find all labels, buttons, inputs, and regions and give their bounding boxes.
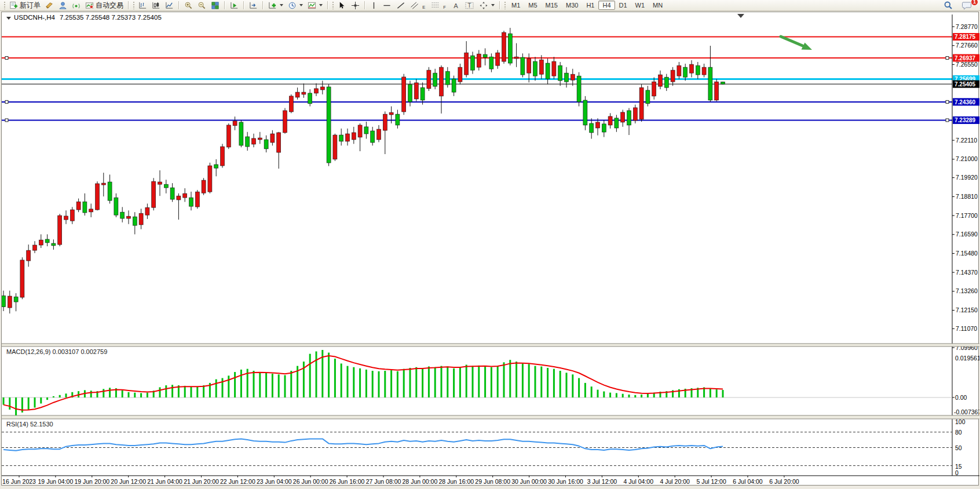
autotrading-button[interactable]: 自动交易 [83, 1, 126, 10]
candle-body [646, 90, 650, 104]
rsi-line [3, 439, 723, 450]
timeframe-d1-button[interactable]: D1 [615, 1, 631, 10]
timeframe-mn-button[interactable]: MN [649, 1, 667, 10]
shapes-dropdown-button[interactable] [477, 1, 497, 10]
toolbar-grip [332, 1, 334, 9]
macd-histogram-bar [710, 388, 711, 397]
macd-histogram-bar [46, 397, 48, 400]
line-handle[interactable] [5, 100, 8, 103]
chart-window[interactable]: 7.287707.276607.265507.221107.210007.199… [1, 12, 979, 486]
signals-button[interactable] [70, 1, 83, 10]
market-button[interactable] [56, 1, 70, 10]
timeframe-m5-button[interactable]: M5 [524, 1, 541, 10]
candle-body [108, 182, 112, 200]
line-handle[interactable] [946, 100, 949, 103]
timeframe-w1-button[interactable]: W1 [631, 1, 649, 10]
macd-histogram-bar [59, 395, 61, 397]
notifications-button[interactable]: 1 [960, 1, 974, 10]
macd-histogram-bar [53, 396, 54, 397]
svg-text:A: A [454, 2, 458, 9]
cursor-tool-button[interactable] [335, 1, 349, 10]
panel-separator[interactable] [2, 344, 979, 346]
chart-shift-button[interactable] [247, 1, 260, 10]
text-label-tool-button[interactable]: T [462, 1, 477, 10]
macd-histogram-bar [540, 366, 542, 397]
candle-body [145, 207, 149, 215]
symbol-dropdown-icon[interactable] [6, 17, 11, 20]
annotation-arrow[interactable] [781, 37, 803, 46]
templates-dropdown-button[interactable] [305, 1, 325, 10]
toolbar-separator [327, 1, 328, 9]
macd-histogram-bar [415, 367, 417, 397]
macd-histogram-bar [341, 363, 342, 397]
chart-canvas[interactable]: 7.287707.276607.265507.221107.210007.199… [2, 12, 979, 486]
macd-histogram-bar [347, 366, 349, 397]
horizontal-line-tool-button[interactable] [380, 1, 394, 10]
channel-tool-button[interactable]: E [408, 1, 429, 10]
candle-body [114, 198, 118, 215]
macd-histogram-bar [634, 395, 636, 397]
line-chart-mode-button[interactable] [163, 1, 176, 10]
template-icon [308, 1, 316, 10]
candle-body [652, 82, 656, 96]
fibonacci-tool-button[interactable]: F [429, 1, 449, 10]
zoom-in-button[interactable] [182, 1, 195, 10]
time-label: 28 Jun 16:00 [438, 478, 474, 485]
candle-body [721, 82, 725, 84]
macd-histogram-bar [522, 363, 524, 397]
candle-body [527, 59, 531, 73]
chart-shift-icon [249, 1, 258, 10]
chart-shift-marker[interactable] [737, 14, 744, 18]
panel-separator[interactable] [2, 415, 979, 419]
macd-histogram-bar [353, 367, 354, 397]
search-button[interactable] [941, 1, 955, 10]
candlestick-mode-button[interactable] [149, 1, 163, 10]
bar-chart-mode-button[interactable] [136, 1, 149, 10]
candle-body [364, 127, 368, 134]
candle-body [133, 217, 137, 225]
trendline-icon [396, 1, 405, 10]
macd-histogram-bar [15, 397, 17, 415]
macd-histogram-bar [128, 392, 130, 397]
new-order-button[interactable]: 新订单 [7, 1, 43, 10]
candle-body [377, 129, 381, 140]
styler-button[interactable] [43, 1, 56, 10]
zoom-out-button[interactable] [195, 1, 209, 10]
crosshair-tool-button[interactable] [349, 1, 362, 10]
add-indicator-button[interactable] [266, 1, 286, 10]
candle-body [258, 138, 262, 140]
timeframe-h4-button[interactable]: H4 [598, 1, 615, 10]
macd-histogram-bar [560, 371, 561, 397]
line-handle[interactable] [946, 119, 949, 122]
trendline-tool-button[interactable] [394, 1, 408, 10]
candle-body [346, 134, 350, 141]
macd-histogram-bar [171, 385, 173, 397]
bar-chart-icon [138, 1, 147, 10]
macd-histogram-bar [428, 366, 430, 397]
time-label: 26 Jun 16:00 [330, 478, 365, 485]
text-tool-button[interactable]: A [449, 1, 462, 10]
candle-body [289, 96, 293, 112]
candle-body [283, 111, 287, 133]
macd-histogram-bar [628, 395, 630, 397]
vertical-line-tool-button[interactable] [368, 1, 380, 10]
timeframe-m30-button[interactable]: M30 [562, 1, 582, 10]
line-handle[interactable] [5, 56, 8, 59]
line-handle[interactable] [946, 56, 949, 59]
strategy-tester-button[interactable] [228, 1, 241, 10]
macd-histogram-bar [566, 373, 568, 397]
price-tick-label: 7.15480 [956, 250, 978, 257]
candle-body [639, 87, 643, 119]
timeframe-m15-button[interactable]: M15 [542, 1, 562, 10]
time-label: 6 Jul 04:00 [733, 478, 763, 485]
line-handle[interactable] [5, 119, 8, 122]
candle-body [8, 296, 12, 308]
macd-histogram-bar [584, 383, 586, 397]
tile-windows-button[interactable] [209, 1, 222, 10]
macd-histogram-bar [203, 385, 204, 397]
timeframe-m1-button[interactable]: M1 [507, 1, 524, 10]
candle-body [690, 64, 694, 73]
timeframe-h1-button[interactable]: H1 [582, 1, 598, 10]
autotrading-label: 自动交易 [96, 1, 123, 10]
periods-dropdown-button[interactable] [286, 1, 305, 10]
